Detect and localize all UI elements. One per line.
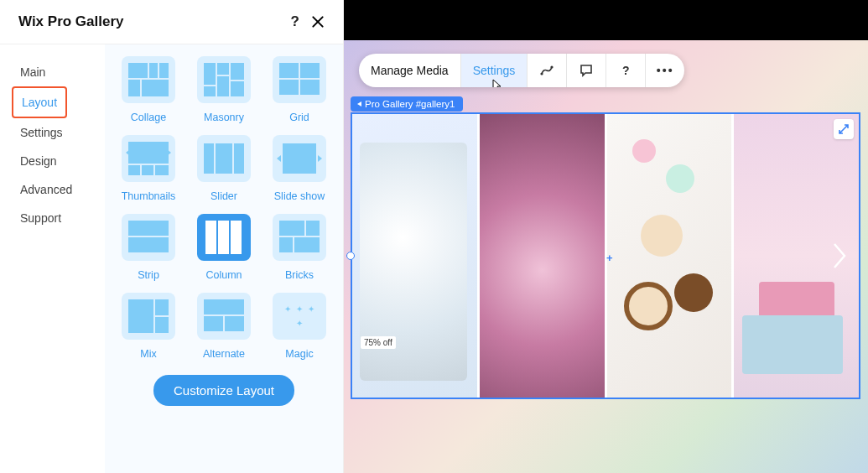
svg-point-1: [551, 65, 554, 68]
layout-option-column[interactable]: Column: [194, 214, 254, 281]
add-handle-icon[interactable]: +: [606, 252, 613, 264]
expand-icon: [838, 123, 850, 135]
layout-option-bricks[interactable]: Bricks: [269, 214, 330, 281]
pro-gallery-element[interactable]: 75% off: [351, 112, 860, 399]
panel-title: Wix Pro Gallery: [18, 13, 124, 30]
layout-label: Slider: [211, 190, 237, 202]
chevron-left-icon: [357, 101, 361, 107]
settings-button[interactable]: Settings: [461, 54, 528, 87]
sidebar-item-main[interactable]: Main: [12, 58, 54, 86]
magic-thumb-icon: ✦✦✦✦: [273, 293, 326, 340]
thumbnails-thumb-icon: [122, 135, 175, 182]
cursor-icon: [490, 79, 503, 87]
svg-point-0: [541, 72, 543, 75]
close-icon[interactable]: [311, 15, 325, 29]
element-breadcrumb[interactable]: Pro Gallery #gallery1: [351, 96, 463, 112]
chevron-right-icon: [831, 241, 848, 271]
sidebar-item-support[interactable]: Support: [12, 204, 70, 232]
more-icon[interactable]: •••: [646, 54, 684, 87]
sale-badge: 75% off: [361, 336, 396, 349]
breadcrumb-label: Pro Gallery #gallery1: [365, 99, 455, 109]
layout-label: Strip: [138, 269, 159, 281]
sidebar-item-settings[interactable]: Settings: [12, 118, 71, 147]
resize-handle-left[interactable]: [346, 252, 355, 260]
element-toolbar: Manage Media Settings ? •••: [359, 54, 684, 87]
slide-show-thumb-icon: [273, 135, 326, 182]
manage-media-button[interactable]: Manage Media: [359, 54, 461, 87]
gallery-slide: [480, 114, 605, 398]
alternate-thumb-icon: [197, 293, 251, 340]
layout-option-strip[interactable]: Strip: [118, 214, 179, 281]
grid-thumb-icon: [273, 56, 326, 103]
layout-label: Mix: [140, 348, 156, 360]
customize-layout-button[interactable]: Customize Layout: [153, 375, 294, 406]
layout-label: Alternate: [203, 348, 245, 360]
layout-options-content: Collage Masonry: [105, 44, 343, 473]
layout-label: Thumbnails: [122, 190, 176, 202]
gallery-slide: [607, 114, 732, 398]
layout-option-masonry[interactable]: Masonry: [194, 56, 254, 123]
layout-option-thumbnails[interactable]: Thumbnails: [118, 135, 179, 202]
column-thumb-icon: [197, 214, 251, 261]
mix-thumb-icon: [122, 293, 175, 340]
slider-thumb-icon: [197, 135, 251, 182]
layout-option-slide-show[interactable]: Slide show: [269, 135, 330, 202]
layout-option-collage[interactable]: Collage: [118, 56, 179, 123]
expand-button[interactable]: [834, 119, 854, 139]
gallery-settings-panel: Wix Pro Gallery ? Main Layout Settings D…: [0, 0, 344, 473]
panel-header: Wix Pro Gallery ?: [0, 0, 343, 44]
toolbar-help-icon[interactable]: ?: [606, 54, 646, 87]
comment-icon[interactable]: [567, 54, 606, 87]
layout-option-mix[interactable]: Mix: [118, 293, 179, 360]
layout-label: Masonry: [204, 112, 244, 123]
layout-option-magic[interactable]: ✦✦✦✦ Magic: [269, 293, 330, 360]
sidebar-item-design[interactable]: Design: [12, 147, 65, 175]
layout-option-slider[interactable]: Slider: [194, 135, 254, 202]
sidebar-item-layout[interactable]: Layout: [12, 86, 67, 118]
collage-thumb-icon: [122, 56, 175, 103]
layout-label: Column: [205, 269, 242, 281]
layout-label: Grid: [289, 112, 309, 123]
layout-label: Bricks: [285, 269, 314, 281]
settings-button-label: Settings: [473, 64, 516, 77]
layout-option-alternate[interactable]: Alternate: [194, 293, 254, 360]
next-slide-button[interactable]: [827, 235, 852, 277]
strip-thumb-icon: [122, 214, 175, 261]
layout-label: Magic: [285, 348, 313, 360]
panel-sidebar: Main Layout Settings Design Advanced Sup…: [0, 44, 105, 473]
layout-option-grid[interactable]: Grid: [269, 56, 330, 123]
layout-label: Collage: [131, 112, 166, 123]
layout-label: Slide show: [274, 190, 325, 202]
help-icon[interactable]: ?: [291, 13, 299, 30]
bricks-thumb-icon: [273, 214, 326, 261]
animation-icon[interactable]: [528, 54, 567, 87]
gallery-slide: 75% off: [352, 114, 477, 398]
sidebar-item-advanced[interactable]: Advanced: [12, 175, 81, 204]
masonry-thumb-icon: [197, 56, 251, 103]
